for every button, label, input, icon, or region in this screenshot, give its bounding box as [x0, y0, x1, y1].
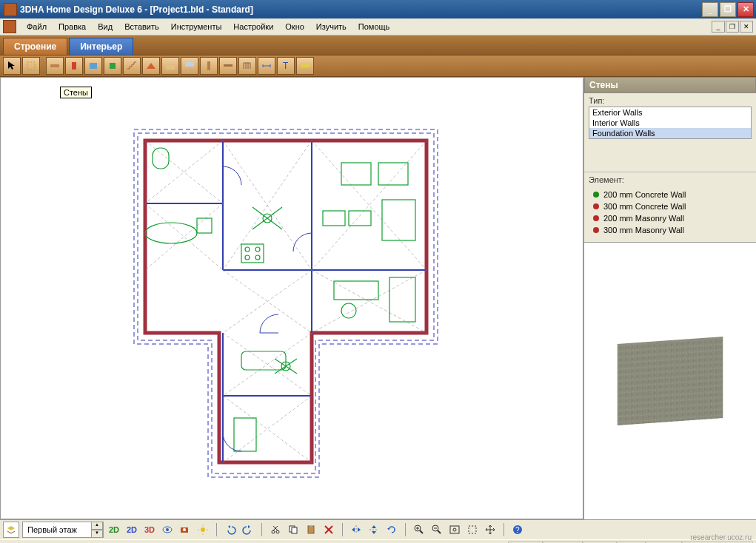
svg-point-50 — [341, 303, 356, 318]
menu-window[interactable]: Окно — [279, 21, 310, 33]
mdi-restore-button[interactable]: ❐ — [726, 21, 739, 33]
floor-up-button[interactable]: ▲ — [91, 522, 103, 530]
svg-rect-0 — [27, 62, 35, 70]
sun-icon[interactable] — [195, 522, 210, 537]
layer-button[interactable] — [3, 522, 19, 538]
type-foundation[interactable]: Foundation Walls — [589, 128, 751, 138]
menu-settings[interactable]: Настройки — [227, 21, 279, 33]
mdi-minimize-button[interactable]: _ — [712, 21, 725, 33]
tool-column[interactable] — [200, 57, 218, 75]
tool-railing[interactable] — [238, 57, 256, 75]
svg-point-59 — [166, 528, 169, 531]
camera-icon[interactable] — [178, 522, 193, 537]
eye-icon[interactable] — [160, 522, 175, 537]
status-dot-icon — [593, 192, 599, 198]
tool-window[interactable] — [84, 57, 102, 75]
svg-rect-1 — [50, 64, 59, 67]
svg-rect-49 — [389, 277, 415, 322]
svg-point-67 — [272, 530, 275, 533]
tool-floor[interactable] — [161, 57, 179, 75]
svg-rect-44 — [378, 163, 408, 185]
rotate-icon[interactable] — [384, 522, 399, 537]
paste-icon[interactable] — [304, 522, 318, 537]
mdi-close-button[interactable]: ✕ — [740, 21, 753, 33]
zoom-in-icon[interactable] — [412, 522, 426, 537]
mirror-h-icon[interactable] — [349, 522, 364, 537]
tab-structure[interactable]: Строение — [3, 38, 67, 55]
element-label-3: 300 mm Masonry Wall — [603, 226, 684, 235]
element-item-1[interactable]: 300 mm Concrete Wall — [589, 200, 752, 212]
cut-icon[interactable] — [268, 522, 283, 537]
svg-rect-73 — [308, 526, 314, 533]
status-dot-icon — [593, 215, 599, 221]
svg-rect-43 — [341, 163, 371, 185]
menu-view[interactable]: Вид — [92, 21, 118, 33]
properties-panel: Стены Тип: Exterior Walls Interior Walls… — [583, 77, 756, 519]
tool-pointer[interactable] — [3, 57, 21, 75]
svg-point-87 — [453, 528, 456, 531]
svg-line-21 — [145, 203, 223, 270]
menu-edit[interactable]: Правка — [53, 21, 92, 33]
tab-interior[interactable]: Интерьер — [69, 38, 133, 55]
help-icon[interactable]: ? — [510, 522, 525, 537]
tool-ceiling[interactable] — [181, 57, 198, 75]
delete-icon[interactable] — [321, 522, 336, 537]
menu-bar: Файл Правка Вид Вставить Инструменты Нас… — [0, 18, 756, 36]
menu-learn[interactable]: Изучить — [310, 21, 352, 33]
undo-icon[interactable] — [223, 522, 238, 537]
element-item-3[interactable]: 300 mm Masonry Wall — [589, 224, 752, 236]
svg-rect-48 — [334, 281, 378, 300]
zoom-fit-icon[interactable] — [447, 522, 462, 537]
tool-opening[interactable] — [104, 57, 121, 75]
svg-rect-86 — [450, 526, 459, 533]
texture-sample — [618, 337, 723, 425]
close-button[interactable]: ✕ — [737, 2, 754, 17]
element-item-2[interactable]: 200 mm Masonry Wall — [589, 212, 752, 224]
tool-beam[interactable] — [219, 57, 237, 75]
tool-select-area[interactable] — [22, 57, 40, 75]
svg-rect-46 — [349, 211, 371, 226]
svg-rect-47 — [382, 200, 415, 240]
menu-tools[interactable]: Инструменты — [165, 21, 228, 33]
element-list[interactable]: 200 mm Concrete Wall 300 mm Concrete Wal… — [589, 186, 752, 239]
menu-help[interactable]: Помощь — [352, 21, 396, 33]
view-toolbar: Первый этаж ▲ ▼ 2D 2D 3D ? — [0, 519, 756, 539]
pan-icon[interactable] — [483, 522, 498, 537]
menu-insert[interactable]: Вставить — [118, 21, 165, 33]
tool-dimension[interactable] — [258, 57, 275, 75]
tool-stairs[interactable] — [123, 57, 141, 75]
maximize-button[interactable]: ❐ — [720, 2, 736, 17]
svg-rect-8 — [224, 64, 233, 67]
tool-text[interactable]: T — [277, 57, 295, 75]
zoom-window-icon[interactable] — [465, 522, 480, 537]
zoom-out-icon[interactable] — [429, 522, 444, 537]
view-2d-color-button[interactable]: 2D — [124, 522, 139, 537]
drawing-canvas[interactable]: Стены — [0, 77, 583, 519]
tool-door[interactable] — [65, 57, 83, 75]
panel-title: Стены — [584, 77, 756, 93]
floor-selector[interactable]: Первый этаж ▲ ▼ — [22, 522, 104, 538]
tool-wall[interactable] — [46, 57, 64, 75]
svg-rect-72 — [292, 527, 297, 533]
view-2d-button[interactable]: 2D — [107, 522, 121, 537]
watermark: researcher.ucoz.ru — [690, 533, 752, 542]
svg-point-39 — [245, 247, 250, 252]
redo-icon[interactable] — [241, 522, 255, 537]
mirror-v-icon[interactable] — [367, 522, 381, 537]
svg-rect-53 — [234, 418, 256, 451]
minimize-button[interactable]: _ — [702, 2, 718, 17]
element-item-0[interactable]: 200 mm Concrete Wall — [589, 189, 752, 200]
type-list[interactable]: Exterior Walls Interior Walls Foundation… — [589, 107, 752, 139]
mode-tabs: Строение Интерьер — [0, 36, 756, 55]
svg-point-68 — [276, 530, 279, 533]
status-bar: Вставляет стены в проект СЕТКА ОБЪЕКТ УГ… — [0, 539, 756, 543]
view-3d-button[interactable]: 3D — [142, 522, 157, 537]
tool-measure[interactable] — [296, 57, 314, 75]
type-interior[interactable]: Interior Walls — [589, 118, 751, 128]
copy-icon[interactable] — [286, 522, 301, 537]
svg-point-61 — [183, 528, 186, 531]
type-exterior[interactable]: Exterior Walls — [589, 107, 751, 118]
menu-file[interactable]: Файл — [21, 21, 53, 33]
tool-roof[interactable] — [142, 57, 160, 75]
floor-down-button[interactable]: ▼ — [91, 530, 103, 538]
